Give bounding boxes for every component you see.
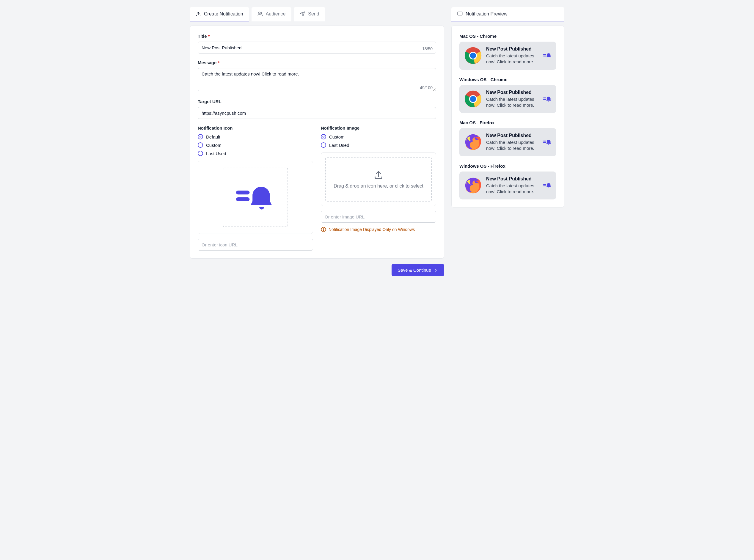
target-url-label: Target URL: [198, 99, 436, 104]
preview-row-win-chrome: New Post Published Catch the latest upda…: [459, 85, 556, 113]
radio-label: Custom: [329, 134, 344, 139]
image-warning: Notification Image Displayed Only on Win…: [321, 227, 436, 232]
tab-notification-preview[interactable]: Notification Preview: [451, 7, 564, 21]
radio-label: Default: [206, 134, 220, 139]
radio-icon: [321, 134, 326, 139]
alert-icon: [321, 227, 326, 232]
preview-row-mac-chrome: New Post Published Catch the latest upda…: [459, 42, 556, 70]
bell-icon: [543, 52, 552, 59]
main-tabs: Create Notification Audience Send: [190, 7, 444, 21]
message-input[interactable]: [198, 68, 436, 91]
icon-url-input[interactable]: [198, 239, 313, 251]
radio-icon: [198, 142, 203, 148]
svg-rect-15: [458, 12, 462, 15]
image-dropzone[interactable]: Drag & drop an icon here, or click to se…: [325, 157, 432, 202]
target-url-input[interactable]: [198, 107, 436, 119]
image-drop-wrapper: Drag & drop an icon here, or click to se…: [321, 153, 436, 206]
preview-message: Catch the latest updates now! Click to r…: [486, 183, 539, 195]
tab-label: Notification Preview: [465, 11, 508, 17]
notification-icon-label: Notification Icon: [198, 125, 313, 131]
title-label: Title *: [198, 34, 436, 39]
users-icon: [257, 11, 263, 17]
preview-title: New Post Published: [486, 46, 539, 52]
preview-title: New Post Published: [486, 176, 539, 182]
upload-icon: [196, 11, 201, 17]
radio-icon: [198, 151, 203, 156]
radio-icon: [321, 142, 326, 148]
tab-label: Send: [308, 11, 319, 17]
image-url-input[interactable]: [321, 211, 436, 223]
radio-label: Last Used: [206, 151, 226, 156]
chrome-icon: [464, 90, 482, 108]
tab-create-notification[interactable]: Create Notification: [190, 7, 249, 21]
icon-option-default[interactable]: Default: [198, 134, 313, 139]
radio-label: Custom: [206, 143, 221, 148]
radio-icon: [198, 134, 203, 139]
tab-label: Audience: [266, 11, 286, 17]
preview-section-label: Mac OS - Chrome: [459, 34, 556, 39]
upload-icon: [373, 170, 383, 180]
send-icon: [300, 11, 305, 17]
svg-point-14: [323, 231, 324, 231]
icon-option-custom[interactable]: Custom: [198, 142, 313, 148]
button-label: Save & Continue: [398, 267, 431, 273]
preview-row-win-firefox: New Post Published Catch the latest upda…: [459, 172, 556, 200]
preview-message: Catch the latest updates now! Click to r…: [486, 139, 539, 152]
message-counter: 49/100: [420, 85, 433, 90]
warning-text: Notification Image Displayed Only on Win…: [329, 227, 415, 232]
icon-preview-frame: [223, 168, 288, 227]
notification-image-label: Notification Image: [321, 125, 436, 131]
preview-title: New Post Published: [486, 133, 539, 138]
dropzone-text: Drag & drop an icon here, or click to se…: [334, 183, 423, 189]
message-label: Message *: [198, 60, 436, 65]
chevron-right-icon: [434, 268, 438, 273]
icon-preview-box: [198, 161, 313, 234]
firefox-icon: [464, 177, 482, 194]
title-input[interactable]: [198, 42, 436, 54]
notification-form-card: Title * 18/50 Message * 49/100 Target UR…: [190, 25, 444, 259]
firefox-icon: [464, 133, 482, 151]
preview-row-mac-firefox: New Post Published Catch the latest upda…: [459, 128, 556, 156]
preview-card: Mac OS - Chrome New Post Published Catch…: [451, 25, 564, 207]
bell-icon: [543, 182, 552, 189]
svg-point-8: [258, 12, 260, 14]
bell-icon: [543, 139, 552, 145]
bell-icon: [543, 96, 552, 102]
preview-title: New Post Published: [486, 90, 539, 95]
preview-section-label: Windows OS - Firefox: [459, 163, 556, 168]
bell-icon: [236, 178, 275, 217]
image-option-last-used[interactable]: Last Used: [321, 142, 436, 148]
title-counter: 18/50: [422, 46, 433, 51]
preview-section-label: Mac OS - Firefox: [459, 120, 556, 125]
save-continue-button[interactable]: Save & Continue: [392, 264, 444, 276]
tab-send[interactable]: Send: [294, 7, 325, 21]
preview-message: Catch the latest updates now! Click to r…: [486, 53, 539, 65]
chrome-icon: [464, 47, 482, 64]
preview-message: Catch the latest updates now! Click to r…: [486, 96, 539, 108]
image-option-custom[interactable]: Custom: [321, 134, 436, 139]
preview-section-label: Windows OS - Chrome: [459, 77, 556, 82]
radio-label: Last Used: [329, 143, 349, 148]
tab-label: Create Notification: [204, 11, 243, 17]
tab-audience[interactable]: Audience: [252, 7, 292, 21]
monitor-icon: [457, 11, 463, 17]
icon-option-last-used[interactable]: Last Used: [198, 151, 313, 156]
